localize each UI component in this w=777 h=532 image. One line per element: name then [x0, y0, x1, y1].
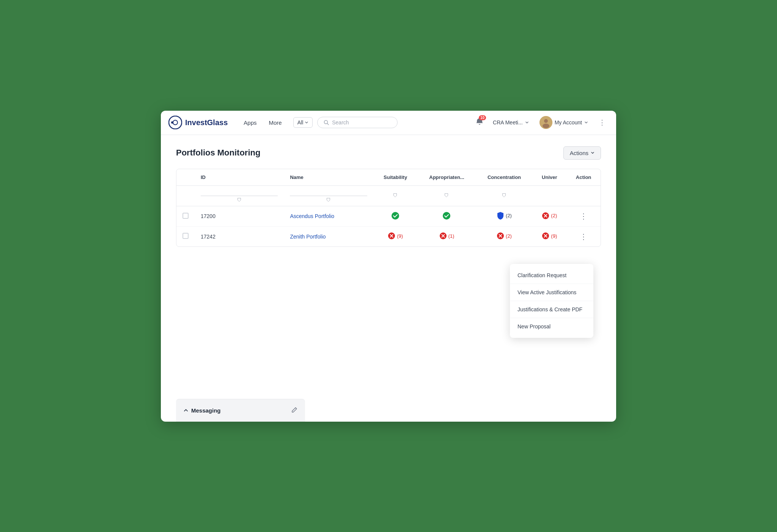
row-checkbox[interactable]: [182, 213, 189, 219]
search-bar[interactable]: Search: [317, 117, 397, 128]
svg-point-2: [171, 121, 173, 124]
actions-button[interactable]: Actions: [563, 146, 601, 160]
filter-icon: ⛉: [502, 193, 506, 198]
universe-error2: (9): [542, 232, 557, 240]
th-suitability: Suitability: [373, 169, 418, 186]
search-icon: [324, 120, 329, 125]
appropriateness-error-icon: (1): [439, 232, 455, 240]
th-action: Action: [566, 169, 601, 186]
page-title: Portfolios Monitoring: [176, 148, 260, 158]
svg-point-9: [443, 212, 450, 220]
action-dropdown-menu: Clarification Request View Active Justif…: [510, 264, 593, 338]
nav-more[interactable]: More: [265, 117, 286, 128]
filter-icon: ⛉: [444, 193, 449, 198]
pencil-icon[interactable]: [291, 407, 297, 414]
row-action-menu[interactable]: ⋮: [580, 232, 587, 241]
chevron-down-icon: [305, 121, 308, 124]
svg-point-8: [392, 212, 399, 220]
my-account[interactable]: My Account: [536, 115, 591, 130]
portfolio-table: ID Name Suitability Appropriaten... Conc…: [176, 169, 601, 247]
filter-icon: ⛉: [393, 193, 398, 198]
messaging-left: Messaging: [184, 407, 221, 414]
th-appropriateness: Appropriaten...: [417, 169, 476, 186]
portfolio-link[interactable]: Zenith Portfolio: [290, 234, 326, 240]
messaging-bar: Messaging: [176, 399, 305, 422]
appropriateness-ok-icon: [442, 212, 451, 220]
th-concentration: Concentration: [476, 169, 533, 186]
actions-label: Actions: [570, 150, 588, 156]
all-filter-label: All: [297, 119, 304, 126]
svg-point-7: [543, 124, 549, 128]
row-id: 17200: [195, 206, 284, 226]
universe-error: (2): [542, 212, 557, 220]
search-placeholder: Search: [332, 119, 349, 126]
svg-point-0: [169, 116, 182, 129]
navbar: InvestGlass Apps More All Search 10 CRA …: [161, 111, 616, 135]
dropdown-item-clarification[interactable]: Clarification Request: [510, 267, 593, 284]
nav-apps[interactable]: Apps: [240, 117, 260, 128]
dropdown-item-view-justifications[interactable]: View Active Justifications: [510, 284, 593, 301]
concentration-shield: (2): [497, 212, 512, 220]
th-universe: Univer: [532, 169, 566, 186]
filter-name-input[interactable]: [290, 189, 367, 196]
suitability-error-icon: (9): [388, 232, 403, 240]
portfolio-link[interactable]: Ascendus Portfolio: [290, 213, 334, 219]
table-row: 17242 Zenith Portfolio (9): [176, 226, 601, 246]
messaging-title: Messaging: [191, 407, 221, 414]
chevron-up-icon: [184, 408, 188, 413]
row-action-menu[interactable]: ⋮: [580, 212, 587, 220]
row-id: 17242: [195, 226, 284, 246]
chevron-down-icon: [584, 121, 588, 124]
concentration-error: (2): [497, 232, 512, 240]
svg-line-4: [327, 124, 329, 125]
bell-badge: 10: [479, 115, 486, 120]
logo-text: InvestGlass: [185, 118, 228, 127]
th-checkbox: [176, 169, 195, 186]
logo-icon: [168, 116, 182, 129]
avatar: [539, 116, 552, 129]
filter-icon: ⛉: [237, 198, 242, 203]
chevron-down-icon: [591, 151, 595, 155]
dropdown-item-create-pdf[interactable]: Justifications & Create PDF: [510, 301, 593, 318]
filter-icon: ⛉: [326, 198, 331, 203]
more-options[interactable]: ⋮: [596, 117, 609, 128]
logo[interactable]: InvestGlass: [168, 116, 228, 129]
all-filter[interactable]: All: [293, 117, 313, 128]
dropdown-item-new-proposal[interactable]: New Proposal: [510, 318, 593, 335]
filter-row: ⛉ ⛉ ⛉: [176, 185, 601, 206]
main-content: Portfolios Monitoring Actions ID Name Su…: [161, 135, 616, 399]
svg-point-6: [544, 119, 548, 123]
cra-meeting-selector[interactable]: CRA Meeti...: [490, 118, 532, 127]
suitability-ok-icon: [391, 212, 400, 220]
my-account-label: My Account: [555, 119, 582, 126]
row-checkbox[interactable]: [182, 233, 189, 239]
table-row: 17200 Ascendus Portfolio: [176, 206, 601, 226]
cra-meeting-label: CRA Meeti...: [493, 119, 523, 126]
th-name: Name: [284, 169, 373, 186]
table-header-row: ID Name Suitability Appropriaten... Conc…: [176, 169, 601, 186]
filter-id-input[interactable]: [201, 189, 278, 196]
notification-bell[interactable]: 10: [474, 116, 485, 129]
th-id: ID: [195, 169, 284, 186]
page-header: Portfolios Monitoring Actions: [176, 146, 601, 160]
chevron-down-icon: [525, 121, 529, 124]
